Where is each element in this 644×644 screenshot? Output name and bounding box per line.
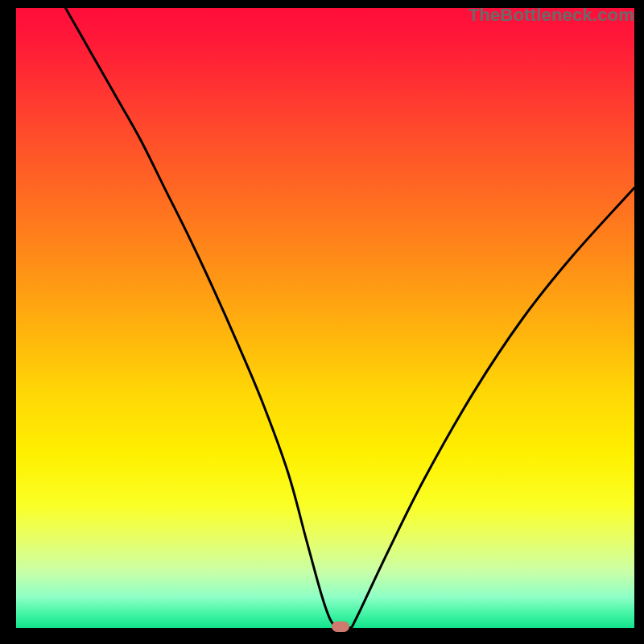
optimal-marker xyxy=(332,621,349,632)
plot-area xyxy=(16,8,634,628)
bottleneck-curve xyxy=(16,8,634,628)
chart-stage: TheBottleneck.com xyxy=(0,0,644,644)
watermark-text: TheBottleneck.com xyxy=(469,5,634,26)
